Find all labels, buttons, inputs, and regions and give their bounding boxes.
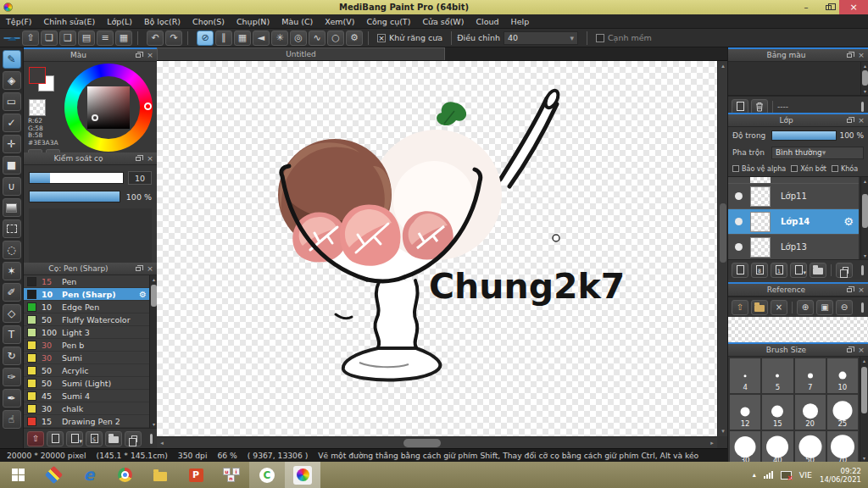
undo-button[interactable]: ↶ <box>147 30 164 46</box>
brush-item[interactable]: 30 Sumi <box>24 352 149 364</box>
brush-folder-button[interactable] <box>105 431 122 446</box>
palette-scrollbar[interactable] <box>860 62 868 95</box>
clipping-checkbox[interactable]: Xén bớt <box>791 165 826 173</box>
palette-delete-button[interactable] <box>751 99 768 114</box>
redo-button[interactable]: ↷ <box>165 30 182 46</box>
rotate-view-tool[interactable]: ↻ <box>3 347 21 365</box>
scroll-thumb[interactable] <box>861 367 867 413</box>
transparent-swatch[interactable] <box>29 99 46 116</box>
snap-vanishing-point-button[interactable]: ◄ <box>253 30 270 46</box>
fill-rect-tool[interactable]: ■ <box>3 156 21 175</box>
brush-size-cell[interactable]: 25 <box>827 395 858 430</box>
adjust-dropdown[interactable]: 40 <box>504 31 578 45</box>
close-icon[interactable]: × <box>145 154 155 164</box>
menu-item[interactable]: Công cụ(T) <box>360 14 416 29</box>
snap-concentric-button[interactable]: ◎ <box>290 30 307 46</box>
palette-list[interactable] <box>728 62 868 96</box>
explorer-taskbar-icon[interactable] <box>142 462 178 488</box>
popout-icon[interactable] <box>133 264 143 274</box>
comment-settings-button[interactable]: ❑ <box>59 30 76 46</box>
scroll-down-icon[interactable] <box>150 420 157 428</box>
layer-folder-button[interactable] <box>810 263 826 278</box>
brush-size-cell[interactable]: 7 <box>795 358 826 393</box>
reference-zoom-out-button[interactable]: ⊖ <box>836 300 853 315</box>
visibility-icon[interactable] <box>735 243 743 251</box>
popout-icon[interactable] <box>844 346 854 355</box>
scroll-thumb[interactable] <box>151 285 157 307</box>
brush-size-slider[interactable] <box>29 172 124 184</box>
canvas-vertical-scrollbar[interactable] <box>717 61 727 436</box>
brush-size-cell[interactable]: 40 <box>762 431 793 462</box>
brush-size-scrollbar[interactable] <box>860 357 868 462</box>
brush-size-cell[interactable]: 70 <box>827 431 858 462</box>
layer-opacity-slider[interactable] <box>771 130 837 141</box>
layer-add-menu-button[interactable] <box>790 263 807 278</box>
antialias-checkbox[interactable]: Khử răng cưa <box>377 33 442 42</box>
dot-pen-tool[interactable]: ✓ <box>3 114 21 132</box>
scroll-thumb[interactable] <box>862 194 868 228</box>
network-disconnected-icon[interactable] <box>781 471 792 480</box>
menu-item[interactable]: Help <box>505 14 536 29</box>
select-eraser-tool[interactable]: ◇ <box>3 304 21 323</box>
menu-item[interactable]: Lớp(L) <box>101 14 138 29</box>
brush-item[interactable]: 45 Sumi 4 <box>24 390 149 402</box>
cloud-upload-button[interactable]: ☁ <box>3 37 20 39</box>
brush-item[interactable]: 50 Acrylic <box>24 364 149 377</box>
eraser-tool[interactable]: ◈ <box>3 71 21 90</box>
soft-edge-checkbox[interactable]: Cạnh mềm <box>596 33 652 42</box>
bucket-tool[interactable]: ∪ <box>3 177 21 196</box>
menu-item[interactable]: Xem(V) <box>319 14 360 29</box>
snap-curve-button[interactable]: ∿ <box>309 30 326 46</box>
close-button[interactable]: × <box>839 0 868 14</box>
layer-scrollbar[interactable] <box>860 177 868 259</box>
scroll-thumb[interactable] <box>862 70 868 86</box>
publish-button[interactable]: ⇧ <box>22 30 39 46</box>
close-icon[interactable]: × <box>145 51 155 60</box>
layer-duplicate-button[interactable] <box>836 263 853 278</box>
brush-size-value[interactable]: 10 <box>128 171 152 185</box>
foreground-color-swatch[interactable] <box>29 67 46 84</box>
reference-preview[interactable] <box>728 317 868 342</box>
powerpoint-taskbar-icon[interactable]: P <box>178 462 214 488</box>
medibang-taskbar-icon[interactable] <box>285 462 320 488</box>
canvas-tab[interactable]: Untitled <box>157 47 445 60</box>
scroll-thumb[interactable] <box>720 203 726 263</box>
brush-item[interactable]: 10 Edge Pen <box>24 301 149 313</box>
reference-open-button[interactable] <box>751 300 768 315</box>
brush-item[interactable]: 15 Drawing Pen 2 <box>24 415 149 428</box>
material-button[interactable]: ▦ <box>115 30 132 46</box>
layer-1bit-button[interactable]: 1 <box>771 263 787 278</box>
menu-item[interactable]: Tệp(F) <box>0 14 38 29</box>
brush-size-cell[interactable]: 12 <box>730 395 760 430</box>
layer-halftone-button[interactable]: 8 <box>751 263 768 278</box>
start-button[interactable] <box>0 462 36 488</box>
brush-item[interactable]: 30 Pen b <box>24 339 149 352</box>
minimize-button[interactable]: – <box>795 0 817 14</box>
canvas[interactable]: Chung2k7 <box>157 61 717 436</box>
dock-handle[interactable] <box>861 302 864 313</box>
brush-new-button[interactable] <box>47 431 64 446</box>
visibility-icon[interactable] <box>735 192 743 200</box>
close-icon[interactable]: × <box>856 346 866 355</box>
brush-size-cell[interactable]: 15 <box>762 395 793 430</box>
brush-size-cell[interactable]: 30 <box>730 431 760 462</box>
layer-row[interactable]: Lớp13 <box>728 235 859 259</box>
restore-button[interactable] <box>817 0 839 14</box>
text-tool[interactable]: T <box>3 325 21 344</box>
menu-item[interactable]: Cloud <box>470 14 504 29</box>
brush-list-scrollbar[interactable] <box>149 275 157 428</box>
scroll-up-icon[interactable] <box>860 357 868 364</box>
layer-thumbnail[interactable] <box>750 186 771 207</box>
brush-tool[interactable]: ✎ <box>3 50 21 69</box>
figure-tool[interactable]: ▭ <box>3 92 21 111</box>
scroll-down-icon[interactable] <box>861 87 868 95</box>
snap-off-button[interactable]: ⊘ <box>197 30 214 46</box>
brush-item[interactable]: 50 Fluffy Watercolor <box>24 313 149 326</box>
layer-thumbnail[interactable] <box>750 237 771 258</box>
reference-upload-button[interactable]: ⇧ <box>732 300 748 315</box>
popout-icon[interactable] <box>133 154 143 164</box>
sv-picker[interactable] <box>87 86 130 129</box>
popout-icon[interactable] <box>844 286 854 295</box>
select-pen-tool[interactable]: ✐ <box>3 283 21 302</box>
hand-tool[interactable]: ☝ <box>3 410 21 429</box>
